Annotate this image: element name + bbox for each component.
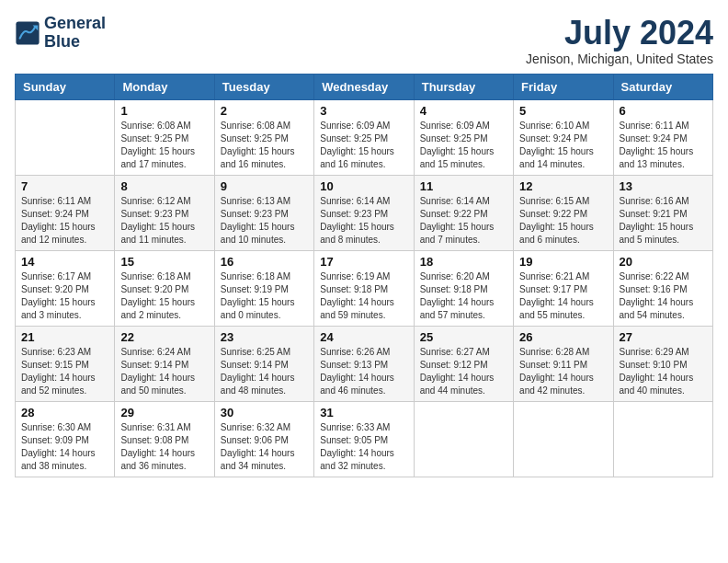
- day-number: 20: [620, 255, 707, 269]
- calendar-cell: 10Sunrise: 6:14 AMSunset: 9:23 PMDayligh…: [314, 175, 414, 250]
- day-number: 30: [221, 406, 308, 419]
- day-info: Sunrise: 6:09 AMSunset: 9:25 PMDaylight:…: [420, 120, 507, 171]
- calendar-cell: 25Sunrise: 6:27 AMSunset: 9:12 PMDayligh…: [414, 326, 513, 401]
- day-number: 28: [21, 406, 108, 419]
- day-info: Sunrise: 6:08 AMSunset: 9:25 PMDaylight:…: [221, 120, 308, 171]
- calendar-week-3: 14Sunrise: 6:17 AMSunset: 9:20 PMDayligh…: [16, 250, 713, 326]
- day-info: Sunrise: 6:15 AMSunset: 9:22 PMDaylight:…: [519, 195, 607, 247]
- day-number: 17: [320, 255, 407, 269]
- calendar-cell: 1Sunrise: 6:08 AMSunset: 9:25 PMDaylight…: [115, 99, 214, 175]
- day-number: 14: [21, 255, 108, 269]
- calendar-cell: 7Sunrise: 6:11 AMSunset: 9:24 PMDaylight…: [16, 175, 115, 250]
- weekday-header-sunday: Sunday: [16, 74, 115, 99]
- day-number: 10: [320, 179, 407, 193]
- day-number: 12: [519, 179, 607, 193]
- day-number: 16: [221, 255, 308, 269]
- location: Jenison, Michigan, United States: [526, 52, 713, 66]
- day-number: 2: [221, 104, 308, 118]
- day-number: 1: [120, 104, 208, 118]
- calendar-cell: 27Sunrise: 6:29 AMSunset: 9:10 PMDayligh…: [613, 326, 712, 401]
- day-info: Sunrise: 6:11 AMSunset: 9:24 PMDaylight:…: [21, 195, 108, 247]
- day-info: Sunrise: 6:23 AMSunset: 9:15 PMDaylight:…: [21, 346, 108, 397]
- logo-icon: [15, 20, 40, 46]
- calendar-cell: 11Sunrise: 6:14 AMSunset: 9:22 PMDayligh…: [414, 175, 513, 250]
- calendar-cell: [613, 401, 712, 477]
- day-info: Sunrise: 6:08 AMSunset: 9:25 PMDaylight:…: [120, 120, 208, 171]
- day-info: Sunrise: 6:10 AMSunset: 9:24 PMDaylight:…: [519, 120, 607, 171]
- calendar-cell: 21Sunrise: 6:23 AMSunset: 9:15 PMDayligh…: [16, 326, 115, 401]
- calendar-cell: 20Sunrise: 6:22 AMSunset: 9:16 PMDayligh…: [613, 250, 712, 326]
- weekday-header-monday: Monday: [115, 74, 214, 99]
- calendar-cell: 29Sunrise: 6:31 AMSunset: 9:08 PMDayligh…: [115, 401, 214, 477]
- day-info: Sunrise: 6:19 AMSunset: 9:18 PMDaylight:…: [320, 270, 407, 322]
- day-info: Sunrise: 6:22 AMSunset: 9:16 PMDaylight:…: [620, 270, 707, 322]
- calendar-week-2: 7Sunrise: 6:11 AMSunset: 9:24 PMDaylight…: [16, 175, 713, 250]
- calendar-cell: 13Sunrise: 6:16 AMSunset: 9:21 PMDayligh…: [613, 175, 712, 250]
- weekday-header-thursday: Thursday: [414, 74, 513, 99]
- day-info: Sunrise: 6:24 AMSunset: 9:14 PMDaylight:…: [120, 346, 208, 397]
- day-number: 5: [519, 104, 607, 118]
- weekday-header-saturday: Saturday: [613, 74, 712, 99]
- title-block: July 2024 Jenison, Michigan, United Stat…: [526, 15, 713, 66]
- weekday-header-tuesday: Tuesday: [214, 74, 313, 99]
- calendar-cell: 24Sunrise: 6:26 AMSunset: 9:13 PMDayligh…: [314, 326, 414, 401]
- day-info: Sunrise: 6:20 AMSunset: 9:18 PMDaylight:…: [420, 270, 507, 322]
- calendar-cell: 23Sunrise: 6:25 AMSunset: 9:14 PMDayligh…: [214, 326, 313, 401]
- day-info: Sunrise: 6:13 AMSunset: 9:23 PMDaylight:…: [221, 195, 308, 247]
- weekday-header-wednesday: Wednesday: [314, 74, 414, 99]
- day-info: Sunrise: 6:12 AMSunset: 9:23 PMDaylight:…: [120, 195, 208, 247]
- calendar-week-1: 1Sunrise: 6:08 AMSunset: 9:25 PMDaylight…: [16, 99, 713, 175]
- day-info: Sunrise: 6:14 AMSunset: 9:22 PMDaylight:…: [420, 195, 507, 247]
- logo-line1: General: [44, 14, 106, 32]
- day-number: 29: [120, 406, 208, 419]
- calendar-cell: 4Sunrise: 6:09 AMSunset: 9:25 PMDaylight…: [414, 99, 513, 175]
- day-number: 9: [221, 179, 308, 193]
- calendar-cell: 5Sunrise: 6:10 AMSunset: 9:24 PMDaylight…: [514, 99, 613, 175]
- day-info: Sunrise: 6:17 AMSunset: 9:20 PMDaylight:…: [21, 270, 108, 322]
- calendar-cell: 18Sunrise: 6:20 AMSunset: 9:18 PMDayligh…: [414, 250, 513, 326]
- calendar-cell: 2Sunrise: 6:08 AMSunset: 9:25 PMDaylight…: [214, 99, 313, 175]
- day-info: Sunrise: 6:14 AMSunset: 9:23 PMDaylight:…: [320, 195, 407, 247]
- calendar-cell: 14Sunrise: 6:17 AMSunset: 9:20 PMDayligh…: [16, 250, 115, 326]
- calendar-cell: 30Sunrise: 6:32 AMSunset: 9:06 PMDayligh…: [214, 401, 313, 477]
- calendar-cell: 15Sunrise: 6:18 AMSunset: 9:20 PMDayligh…: [115, 250, 214, 326]
- day-number: 27: [620, 330, 707, 344]
- day-number: 7: [21, 179, 108, 193]
- day-info: Sunrise: 6:29 AMSunset: 9:10 PMDaylight:…: [620, 346, 707, 397]
- calendar-cell: 3Sunrise: 6:09 AMSunset: 9:25 PMDaylight…: [314, 99, 414, 175]
- day-info: Sunrise: 6:31 AMSunset: 9:08 PMDaylight:…: [120, 421, 208, 473]
- day-number: 31: [320, 406, 407, 419]
- day-number: 23: [221, 330, 308, 344]
- calendar-week-4: 21Sunrise: 6:23 AMSunset: 9:15 PMDayligh…: [16, 326, 713, 401]
- day-number: 21: [21, 330, 108, 344]
- day-info: Sunrise: 6:09 AMSunset: 9:25 PMDaylight:…: [320, 120, 407, 171]
- calendar-cell: [514, 401, 613, 477]
- weekday-header-friday: Friday: [514, 74, 613, 99]
- calendar-cell: 28Sunrise: 6:30 AMSunset: 9:09 PMDayligh…: [16, 401, 115, 477]
- day-number: 18: [420, 255, 507, 269]
- calendar-table: SundayMondayTuesdayWednesdayThursdayFrid…: [15, 74, 713, 477]
- day-number: 26: [519, 330, 607, 344]
- day-number: 15: [120, 255, 208, 269]
- day-number: 8: [120, 179, 208, 193]
- calendar-cell: 17Sunrise: 6:19 AMSunset: 9:18 PMDayligh…: [314, 250, 414, 326]
- day-info: Sunrise: 6:26 AMSunset: 9:13 PMDaylight:…: [320, 346, 407, 397]
- day-info: Sunrise: 6:32 AMSunset: 9:06 PMDaylight:…: [221, 421, 308, 473]
- calendar-cell: 26Sunrise: 6:28 AMSunset: 9:11 PMDayligh…: [514, 326, 613, 401]
- calendar-cell: 31Sunrise: 6:33 AMSunset: 9:05 PMDayligh…: [314, 401, 414, 477]
- calendar-cell: 19Sunrise: 6:21 AMSunset: 9:17 PMDayligh…: [514, 250, 613, 326]
- calendar-cell: [414, 401, 513, 477]
- day-number: 4: [420, 104, 507, 118]
- day-number: 19: [519, 255, 607, 269]
- calendar-cell: 12Sunrise: 6:15 AMSunset: 9:22 PMDayligh…: [514, 175, 613, 250]
- day-info: Sunrise: 6:11 AMSunset: 9:24 PMDaylight:…: [620, 120, 707, 171]
- page-header: General Blue July 2024 Jenison, Michigan…: [15, 15, 713, 66]
- day-number: 22: [120, 330, 208, 344]
- calendar-week-5: 28Sunrise: 6:30 AMSunset: 9:09 PMDayligh…: [16, 401, 713, 477]
- logo: General Blue: [15, 15, 106, 52]
- day-info: Sunrise: 6:33 AMSunset: 9:05 PMDaylight:…: [320, 421, 407, 473]
- day-number: 6: [620, 104, 707, 118]
- day-info: Sunrise: 6:30 AMSunset: 9:09 PMDaylight:…: [21, 421, 108, 473]
- day-info: Sunrise: 6:25 AMSunset: 9:14 PMDaylight:…: [221, 346, 308, 397]
- logo-text: General Blue: [44, 15, 106, 52]
